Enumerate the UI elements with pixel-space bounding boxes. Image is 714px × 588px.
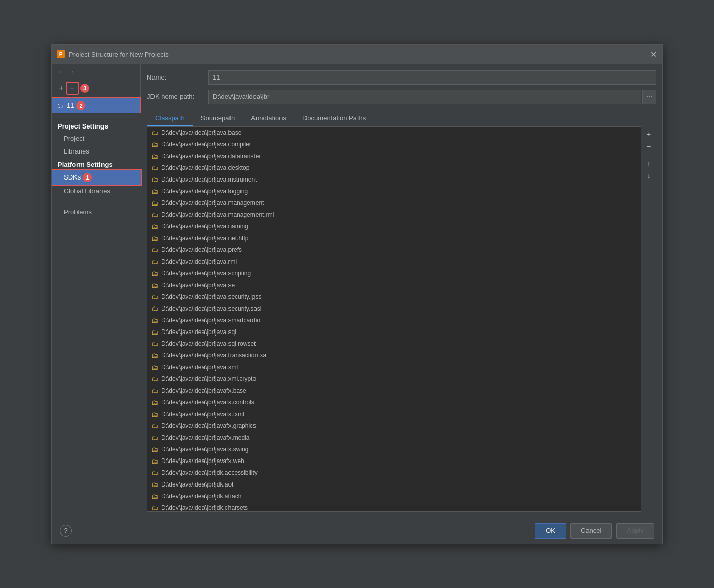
sidebar-item-global-libraries[interactable]: Global Libraries (52, 185, 141, 197)
entry-folder-icon: 🗂 (151, 270, 158, 277)
entry-folder-icon: 🗂 (151, 282, 158, 289)
help-button[interactable]: ? (60, 525, 72, 537)
entry-folder-icon: 🗂 (151, 317, 158, 324)
tab-classpath[interactable]: Classpath (147, 111, 193, 126)
entry-folder-icon: 🗂 (151, 340, 158, 348)
sidebar-item-libraries[interactable]: Libraries (52, 145, 141, 158)
jdk-browse-button[interactable]: ⋯ (642, 90, 656, 104)
classpath-entry[interactable]: 🗂D:\dev\java\idea\jbr!java.se (147, 279, 641, 291)
classpath-entry[interactable]: 🗂D:\dev\java\idea\jbr!javafx.fxml (147, 408, 641, 420)
sidebar-item-sdks[interactable]: SDKs 1 (52, 170, 141, 185)
title-bar: P Project Structure for New Projects ✕ (52, 45, 662, 64)
close-button[interactable]: ✕ (649, 50, 657, 58)
classpath-entry[interactable]: 🗂D:\dev\java\idea\jbr!java.scripting (147, 268, 641, 279)
entry-folder-icon: 🗂 (151, 446, 158, 453)
tab-documentation-paths[interactable]: Documentation Paths (294, 111, 374, 126)
browse-icon: ⋯ (646, 93, 652, 100)
classpath-entry[interactable]: 🗂D:\dev\java\idea\jbr!javafx.graphics (147, 420, 641, 432)
apply-button[interactable]: Apply (616, 523, 654, 539)
classpath-entry[interactable]: 🗂D:\dev\java\idea\jbr!java.security.jgss (147, 291, 641, 303)
classpath-entry[interactable]: 🗂D:\dev\java\idea\jbr!java.xml.crypto (147, 373, 641, 385)
classpath-side-buttons: + − ↑ ↓ (641, 126, 656, 512)
sidebar-item-problems[interactable]: Problems (52, 206, 141, 218)
classpath-down-button[interactable]: ↓ (643, 170, 654, 182)
sidebar-item-project[interactable]: Project (52, 132, 141, 145)
entry-folder-icon: 🗂 (151, 457, 158, 465)
entry-folder-icon: 🗂 (151, 328, 158, 336)
app-icon: P (57, 50, 65, 58)
classpath-entry[interactable]: 🗂D:\dev\java\idea\jbr!javafx.web (147, 455, 641, 467)
forward-button[interactable]: → (67, 67, 75, 76)
jdk-row: JDK home path: ⋯ (147, 90, 656, 104)
classpath-add-button[interactable]: + (643, 129, 654, 140)
classpath-entry[interactable]: 🗂D:\dev\java\idea\jbr!jdk.attach (147, 491, 641, 502)
name-row: Name: (147, 70, 656, 85)
entry-folder-icon: 🗂 (151, 141, 158, 148)
entry-folder-icon: 🗂 (151, 364, 158, 371)
classpath-list[interactable]: 🗂D:\dev\java\idea\jbr!java.base🗂D:\dev\j… (147, 126, 641, 512)
back-button[interactable]: ← (57, 67, 65, 76)
entry-folder-icon: 🗂 (151, 258, 158, 266)
entry-folder-icon: 🗂 (151, 469, 158, 477)
classpath-entry[interactable]: 🗂D:\dev\java\idea\jbr!java.smartcardio (147, 315, 641, 326)
name-input[interactable] (208, 70, 656, 85)
jdk-label: JDK home path: (147, 93, 208, 100)
project-structure-dialog: P Project Structure for New Projects ✕ ←… (51, 44, 663, 544)
classpath-up-button[interactable]: ↑ (643, 158, 654, 169)
entry-folder-icon: 🗂 (151, 176, 158, 184)
entry-folder-icon: 🗂 (151, 164, 158, 172)
jdk-path-input[interactable] (208, 90, 641, 104)
classpath-entry[interactable]: 🗂D:\dev\java\idea\jbr!java.management (147, 197, 641, 209)
classpath-entry[interactable]: 🗂D:\dev\java\idea\jbr!java.prefs (147, 244, 641, 256)
classpath-entry[interactable]: 🗂D:\dev\java\idea\jbr!javafx.controls (147, 397, 641, 408)
sdks-badge-1: 1 (83, 173, 92, 182)
classpath-entry[interactable]: 🗂D:\dev\java\idea\jbr!java.compiler (147, 139, 641, 150)
classpath-entry[interactable]: 🗂D:\dev\java\idea\jbr!java.transaction.x… (147, 350, 641, 362)
entry-folder-icon: 🗂 (151, 199, 158, 207)
entry-folder-icon: 🗂 (151, 305, 158, 313)
classpath-entry[interactable]: 🗂D:\dev\java\idea\jbr!java.xml (147, 362, 641, 373)
entry-folder-icon: 🗂 (151, 411, 158, 418)
sdk-item-11[interactable]: 🗂 11 2 (52, 98, 140, 113)
remove-sdk-button[interactable]: − (67, 83, 78, 94)
dialog-title: Project Structure for New Projects (69, 50, 649, 58)
classpath-entry[interactable]: 🗂D:\dev\java\idea\jbr!javafx.media (147, 432, 641, 444)
dialog-footer: ? OK Cancel Apply (52, 518, 662, 544)
toolbar-badge-3: 3 (80, 84, 89, 93)
tab-sourcepath[interactable]: Sourcepath (193, 111, 243, 126)
classpath-remove-button[interactable]: − (643, 141, 654, 152)
sdk-item-name: 11 (67, 101, 74, 109)
classpath-entry[interactable]: 🗂D:\dev\java\idea\jbr!jdk.accessibility (147, 467, 641, 479)
right-panel: Name: JDK home path: ⋯ Classpath Sourcep… (141, 64, 662, 518)
classpath-entry[interactable]: 🗂D:\dev\java\idea\jbr!java.naming (147, 221, 641, 233)
ok-button[interactable]: OK (535, 523, 566, 539)
entry-folder-icon: 🗂 (151, 493, 158, 500)
classpath-entry[interactable]: 🗂D:\dev\java\idea\jbr!java.base (147, 127, 641, 139)
classpath-entry[interactable]: 🗂D:\dev\java\idea\jbr!java.rmi (147, 256, 641, 268)
classpath-entry[interactable]: 🗂D:\dev\java\idea\jbr!javafx.base (147, 385, 641, 397)
classpath-entry[interactable]: 🗂D:\dev\java\idea\jbr!javafx.swing (147, 444, 641, 455)
entry-folder-icon: 🗂 (151, 246, 158, 254)
add-sdk-button[interactable]: + (56, 83, 67, 94)
classpath-entry[interactable]: 🗂D:\dev\java\idea\jbr!jdk.charsets (147, 502, 641, 512)
classpath-entry[interactable]: 🗂D:\dev\java\idea\jbr!java.datatransfer (147, 150, 641, 162)
classpath-entry[interactable]: 🗂D:\dev\java\idea\jbr!java.desktop (147, 162, 641, 174)
tab-annotations[interactable]: Annotations (243, 111, 294, 126)
classpath-entry[interactable]: 🗂D:\dev\java\idea\jbr!java.logging (147, 186, 641, 197)
left-panel: ← → + − 3 🗂 11 2 Project Sett (52, 64, 141, 518)
classpath-entry[interactable]: 🗂D:\dev\java\idea\jbr!java.sql (147, 326, 641, 338)
classpath-entry[interactable]: 🗂D:\dev\java\idea\jbr!jdk.aot (147, 479, 641, 491)
entry-folder-icon: 🗂 (151, 387, 158, 395)
entry-folder-icon: 🗂 (151, 422, 158, 430)
entry-folder-icon: 🗂 (151, 235, 158, 242)
classpath-entry[interactable]: 🗂D:\dev\java\idea\jbr!java.instrument (147, 174, 641, 186)
cancel-button[interactable]: Cancel (570, 523, 612, 539)
classpath-entry[interactable]: 🗂D:\dev\java\idea\jbr!java.security.sasl (147, 303, 641, 315)
sdk-toolbar: + − 3 (52, 80, 140, 98)
classpath-entry[interactable]: 🗂D:\dev\java\idea\jbr!java.management.rm… (147, 209, 641, 221)
entry-folder-icon: 🗂 (151, 375, 158, 383)
project-settings-title: Project Settings (52, 119, 141, 132)
classpath-entry[interactable]: 🗂D:\dev\java\idea\jbr!java.sql.rowset (147, 338, 641, 350)
classpath-area: 🗂D:\dev\java\idea\jbr!java.base🗂D:\dev\j… (147, 126, 656, 512)
classpath-entry[interactable]: 🗂D:\dev\java\idea\jbr!java.net.http (147, 233, 641, 244)
